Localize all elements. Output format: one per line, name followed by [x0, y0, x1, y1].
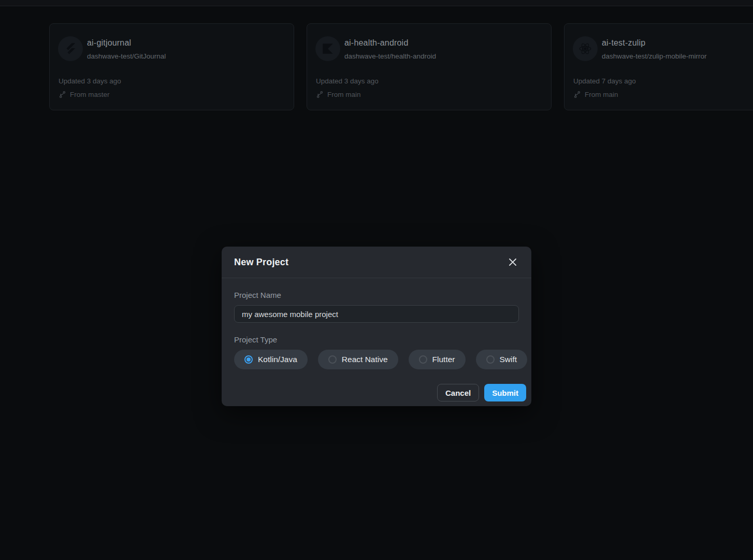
project-repo: dashwave-test/zulip-mobile-mirror [602, 52, 707, 60]
project-card-header: ai-test-zulip dashwave-test/zulip-mobile… [573, 36, 753, 61]
dialog-title: New Project [234, 257, 288, 268]
project-updated: Updated 3 days ago [316, 77, 543, 85]
project-branch: From main [573, 91, 753, 98]
radio-icon [244, 355, 253, 364]
project-title: ai-test-zulip [602, 38, 707, 48]
project-type-option-kotlin-java[interactable]: Kotlin/Java [234, 350, 308, 369]
project-type-option-react-native[interactable]: React Native [318, 350, 398, 369]
project-branch: From master [59, 91, 285, 98]
radio-icon [328, 355, 337, 364]
close-button[interactable] [506, 256, 519, 268]
project-card[interactable]: ai-test-zulip dashwave-test/zulip-mobile… [564, 23, 753, 110]
kotlin-logo-icon [315, 36, 340, 61]
git-branch-icon [316, 91, 324, 98]
project-title: ai-gitjournal [87, 38, 166, 48]
project-title: ai-health-android [344, 38, 436, 48]
project-card-header: ai-gitjournal dashwave-test/GitJournal [58, 36, 285, 61]
project-type-option-label: Flutter [432, 355, 455, 364]
top-bar [0, 0, 753, 6]
new-project-dialog: New Project Project Name Project Type Ko… [222, 247, 531, 406]
project-card[interactable]: ai-health-android dashwave-test/health-a… [307, 23, 552, 110]
flutter-logo-icon [58, 36, 83, 61]
radio-icon [419, 355, 427, 364]
project-type-option-swift[interactable]: Swift [476, 350, 528, 369]
project-name-label: Project Name [234, 291, 519, 299]
project-type-option-label: React Native [342, 355, 388, 364]
submit-button[interactable]: Submit [484, 384, 526, 401]
project-type-option-label: Swift [500, 355, 517, 364]
react-logo-icon [573, 36, 598, 61]
project-name-input[interactable] [234, 305, 519, 323]
project-card-list: ai-gitjournal dashwave-test/GitJournal U… [49, 23, 753, 110]
git-branch-icon [59, 91, 66, 98]
project-card[interactable]: ai-gitjournal dashwave-test/GitJournal U… [49, 23, 294, 110]
project-updated: Updated 7 days ago [573, 77, 753, 85]
git-branch-icon [573, 91, 581, 98]
project-branch-label: From master [70, 91, 110, 98]
dialog-header: New Project [222, 247, 531, 278]
project-card-header: ai-health-android dashwave-test/health-a… [315, 36, 543, 61]
project-type-option-label: Kotlin/Java [258, 355, 297, 364]
project-type-options: Kotlin/Java React Native Flutter Swift [234, 350, 519, 369]
project-branch-label: From main [327, 91, 361, 98]
project-updated: Updated 3 days ago [59, 77, 285, 85]
project-branch: From main [316, 91, 543, 98]
radio-icon [486, 355, 495, 364]
project-repo: dashwave-test/health-android [344, 52, 436, 60]
project-branch-label: From main [585, 91, 618, 98]
close-icon [508, 257, 518, 267]
project-type-label: Project Type [234, 335, 519, 344]
dialog-footer: Cancel Submit [222, 369, 531, 406]
cancel-button[interactable]: Cancel [437, 384, 479, 401]
project-type-option-flutter[interactable]: Flutter [409, 350, 466, 369]
dialog-body: Project Name Project Type Kotlin/Java Re… [222, 278, 531, 369]
project-repo: dashwave-test/GitJournal [87, 52, 166, 60]
